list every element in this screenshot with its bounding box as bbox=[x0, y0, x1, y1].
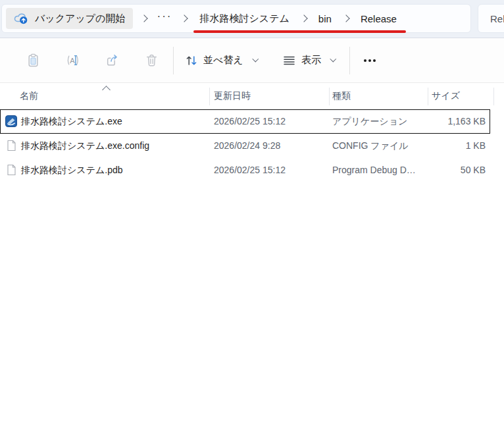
breadcrumb-item-bin[interactable]: bin bbox=[315, 12, 336, 26]
column-header-row: 名前 更新日時 種類 サイズ bbox=[0, 83, 504, 109]
file-modified: 2026/02/25 15:12 bbox=[214, 165, 286, 175]
sort-ascending-caret-icon bbox=[103, 84, 109, 95]
file-type: Program Debug D… bbox=[332, 165, 416, 175]
file-row[interactable]: 排水路検討システム.exe.config 2026/02/24 9:28 CON… bbox=[0, 134, 490, 158]
rename-icon: A bbox=[66, 53, 80, 67]
view-lines-icon bbox=[282, 54, 296, 67]
breadcrumb-backup-label: バックアップの開始 bbox=[35, 13, 125, 25]
breadcrumb-overflow-button[interactable]: ··· bbox=[155, 10, 173, 27]
file-modified: 2026/02/24 9:28 bbox=[214, 140, 280, 151]
file-type: アプリケーション bbox=[332, 116, 407, 128]
chevron-down-icon bbox=[252, 56, 258, 62]
navigation-bar: バックアップの開始 ··· 排水路検討システム bin Release Rel bbox=[0, 0, 504, 38]
breadcrumb-backup-button[interactable]: バックアップの開始 bbox=[6, 8, 133, 29]
breadcrumb-item-folder[interactable]: 排水路検討システム bbox=[195, 11, 293, 26]
file-size: 1,163 KB bbox=[428, 116, 486, 126]
sort-arrows-icon bbox=[185, 54, 198, 67]
more-ellipsis-icon bbox=[362, 54, 378, 67]
chevron-right-icon bbox=[300, 14, 307, 22]
view-button-label: 表示 bbox=[301, 54, 321, 67]
file-row[interactable]: 排水路検討システム.exe 2026/02/25 15:12 アプリケーション … bbox=[0, 109, 490, 134]
breadcrumb-item-release[interactable]: Release bbox=[357, 12, 401, 26]
chevron-right-icon bbox=[342, 14, 349, 22]
chevron-right-icon bbox=[141, 14, 148, 22]
file-row[interactable]: 排水路検討システム.pdb 2026/02/25 15:12 Program D… bbox=[0, 158, 490, 182]
trash-icon bbox=[145, 53, 159, 67]
paste-button[interactable] bbox=[20, 48, 46, 73]
rename-button[interactable]: A bbox=[59, 48, 86, 73]
file-type: CONFIG ファイル bbox=[332, 140, 409, 152]
address-bar[interactable]: バックアップの開始 ··· 排水路検討システム bin Release bbox=[1, 4, 471, 33]
column-header-type[interactable]: 種類 bbox=[332, 90, 351, 102]
file-name: 排水路検討システム.pdb bbox=[21, 165, 123, 177]
more-options-button[interactable] bbox=[355, 48, 384, 73]
toolbar-divider bbox=[173, 47, 174, 74]
sort-button[interactable]: 並べ替え bbox=[180, 48, 263, 73]
file-list: 排水路検討システム.exe 2026/02/25 15:12 アプリケーション … bbox=[0, 109, 504, 182]
file-explorer-window: バックアップの開始 ··· 排水路検討システム bin Release Rel bbox=[0, 0, 504, 438]
document-file-icon bbox=[5, 140, 17, 151]
chevron-right-icon bbox=[181, 14, 188, 22]
file-name: 排水路検討システム.exe bbox=[21, 116, 122, 128]
column-header-modified[interactable]: 更新日時 bbox=[214, 90, 251, 102]
onedrive-backup-cloud-icon bbox=[14, 13, 29, 24]
toolbar-divider bbox=[349, 47, 350, 74]
file-size: 1 KB bbox=[428, 140, 486, 151]
delete-button[interactable] bbox=[138, 48, 164, 73]
paste-icon bbox=[26, 53, 40, 67]
column-divider[interactable] bbox=[209, 88, 210, 105]
annotation-red-underline bbox=[193, 30, 405, 33]
chevron-down-icon bbox=[330, 56, 336, 62]
document-file-icon bbox=[5, 164, 17, 176]
breadcrumb-path: 排水路検討システム bin Release bbox=[195, 11, 400, 26]
search-box-text: Rel bbox=[490, 13, 504, 24]
search-box[interactable]: Rel bbox=[478, 4, 504, 33]
file-name: 排水路検討システム.exe.config bbox=[21, 140, 149, 152]
file-modified: 2026/02/25 15:12 bbox=[214, 116, 286, 126]
view-button[interactable]: 表示 bbox=[277, 48, 341, 73]
application-file-icon bbox=[5, 115, 17, 127]
share-icon bbox=[105, 53, 119, 67]
command-toolbar: A 並べ替え bbox=[0, 38, 504, 83]
column-divider[interactable] bbox=[493, 88, 494, 105]
share-button[interactable] bbox=[99, 48, 125, 73]
column-divider[interactable] bbox=[329, 88, 330, 105]
column-divider[interactable] bbox=[428, 88, 428, 105]
svg-text:A: A bbox=[70, 57, 75, 65]
column-header-size[interactable]: サイズ bbox=[432, 90, 460, 102]
sort-button-label: 並べ替え bbox=[203, 54, 243, 67]
column-header-name[interactable]: 名前 bbox=[20, 90, 38, 102]
file-size: 50 KB bbox=[428, 165, 486, 175]
